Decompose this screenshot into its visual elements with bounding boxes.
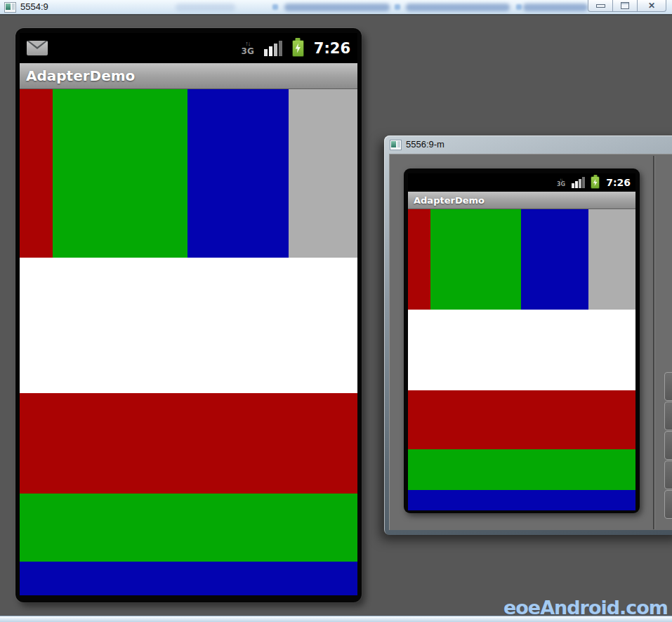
app-title-bar: AdapterDemo — [20, 63, 357, 89]
network-3g-icon: ↑↓ 3G — [557, 178, 565, 187]
grid-cell-blue[interactable] — [521, 209, 588, 310]
battery-charging-icon — [591, 176, 600, 189]
maximize-icon — [621, 2, 629, 9]
maximize-button[interactable] — [612, 0, 638, 12]
grid-cell-gray[interactable] — [289, 89, 357, 258]
grid-cell-red[interactable] — [20, 89, 53, 258]
main-window-title: 5554:9 — [20, 1, 48, 12]
gridview-row — [20, 89, 357, 258]
status-clock: 7:26 — [314, 40, 350, 57]
emulator-app-icon-art — [6, 4, 11, 10]
minimize-button[interactable] — [588, 0, 613, 12]
app-title: AdapterDemo — [408, 195, 485, 206]
secondary-window: 5556:9-m ↑↓ 3G — [384, 135, 672, 535]
android-status-bar: ↑↓ 3G 7:26 — [408, 173, 635, 192]
list-item-white[interactable] — [408, 310, 635, 390]
list-item-white[interactable] — [20, 258, 357, 393]
app-title: AdapterDemo — [20, 67, 135, 84]
status-clock: 7:26 — [606, 177, 631, 188]
list-item-blue[interactable] — [20, 562, 357, 595]
list-item-green[interactable] — [20, 494, 357, 562]
network-3g-label: 3G — [557, 182, 565, 187]
grid-cell-blue[interactable] — [187, 89, 289, 258]
blurred-background-icon — [395, 4, 400, 10]
list-item-green[interactable] — [408, 449, 635, 490]
list-item-red[interactable] — [408, 390, 635, 449]
blurred-background-icon — [516, 4, 522, 10]
network-3g-label: 3G — [242, 47, 254, 55]
close-icon: ✕ — [648, 1, 655, 11]
blurred-background-tab — [284, 4, 390, 11]
main-window-titlebar[interactable]: 5554:9 — [0, 0, 672, 14]
minimize-icon — [596, 4, 605, 8]
desktop: 5554:9 ✕ ↑↓ 3G — [0, 0, 672, 622]
titlebar-bottom-edge — [0, 14, 672, 15]
list-item-blue[interactable] — [408, 490, 635, 510]
lightning-bolt-icon — [295, 44, 301, 53]
gridview-row — [408, 209, 635, 310]
grid-cell-green[interactable] — [430, 209, 521, 310]
grid-cell-green[interactable] — [53, 89, 187, 258]
email-notification-icon — [27, 41, 48, 55]
emulator-app-icon-art — [391, 141, 396, 147]
grid-cell-gray[interactable] — [588, 209, 635, 310]
secondary-window-titlebar[interactable]: 5556:9-m — [384, 135, 672, 154]
emulator-phone-frame: ↑↓ 3G 7:26 — [404, 168, 640, 513]
emulator-app-icon-art — [397, 141, 400, 147]
blurred-background-tab — [523, 4, 588, 11]
blurred-background-tab — [406, 4, 510, 11]
blurred-background-tab — [176, 4, 235, 11]
secondary-window-client-area: ↑↓ 3G 7:26 — [389, 154, 672, 530]
window-controls: ✕ — [588, 0, 666, 12]
keyboard-key[interactable] — [664, 431, 672, 460]
network-3g-icon: ↑↓ 3G — [242, 41, 254, 55]
blurred-background-icon — [272, 4, 278, 10]
emulator-screen: ↑↓ 3G 7:26 — [408, 173, 635, 510]
signal-strength-icon — [571, 177, 585, 188]
status-icons: ↑↓ 3G 7:26 — [242, 40, 350, 57]
emulator-app-icon-art — [12, 4, 15, 10]
list-item-red[interactable] — [20, 393, 357, 494]
android-status-bar: ↑↓ 3G 7:26 — [20, 33, 357, 63]
keyboard-key[interactable] — [664, 490, 672, 519]
keyboard-key[interactable] — [664, 402, 672, 430]
app-title-bar: AdapterDemo — [408, 192, 635, 209]
signal-strength-icon — [263, 41, 282, 56]
lightning-bolt-icon — [593, 179, 598, 186]
emulator-app-icon — [4, 2, 16, 13]
watermark-text: eoeAndroid.com — [503, 597, 668, 618]
emulator-keypad-panel — [664, 372, 672, 520]
close-button[interactable]: ✕ — [637, 0, 666, 12]
skin-divider — [653, 156, 655, 529]
secondary-window-title: 5556:9-m — [406, 139, 444, 150]
keyboard-key[interactable] — [664, 372, 672, 401]
emulator-phone-frame: ↑↓ 3G 7:26 AdapterDemo — [15, 28, 362, 602]
emulator-app-icon — [390, 140, 402, 150]
grid-cell-red[interactable] — [408, 209, 430, 310]
keyboard-key[interactable] — [664, 461, 672, 489]
emulator-screen: ↑↓ 3G 7:26 AdapterDemo — [20, 33, 357, 595]
battery-charging-icon — [292, 40, 304, 57]
